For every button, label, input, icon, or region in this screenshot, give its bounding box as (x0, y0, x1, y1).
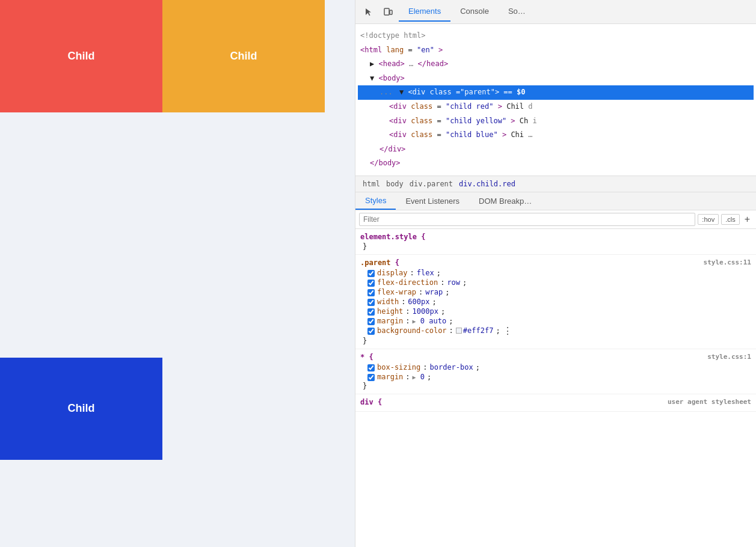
more-options-btn[interactable]: ⋮ (503, 326, 512, 336)
rule-source-star: style.css:1 (707, 353, 751, 361)
style-tabs: Styles Event Listeners DOM Breakp… (355, 192, 756, 210)
rule-selector-star: style.css:1 * { (360, 353, 751, 361)
breadcrumb-bar: html body div.parent div.child.red (355, 176, 756, 192)
browser-preview: Child Child Child (0, 0, 355, 547)
breadcrumb-body[interactable]: body (384, 179, 406, 189)
child-red: Child (0, 0, 162, 112)
tab-console[interactable]: Console (450, 2, 499, 22)
rule-selector-element: element.style { (360, 233, 751, 241)
color-swatch[interactable] (456, 328, 462, 334)
dom-div-child-blue[interactable]: <div class = "child blue" > Chi … (358, 128, 754, 142)
svg-rect-0 (384, 8, 389, 15)
svg-rect-1 (390, 10, 392, 14)
breadcrumb-div-parent[interactable]: div.parent (407, 179, 455, 189)
dom-tree: <!doctype html> <html lang = "en" > ▶ <h… (355, 24, 756, 176)
dom-parent-arrow[interactable]: ▼ (399, 88, 404, 96)
dom-head-arrow[interactable]: ▶ (370, 60, 374, 68)
rule-prop-width: width: 600px; (360, 297, 751, 307)
cursor-icon-btn[interactable] (360, 4, 377, 20)
checkbox-margin[interactable] (367, 318, 375, 325)
dom-div-parent[interactable]: ... ▼ <div class ="parent"> == $0 (358, 85, 754, 100)
checkbox-flex-direction[interactable] (367, 280, 375, 287)
checkbox-bg-color[interactable] (367, 328, 375, 335)
checkbox-display[interactable] (367, 270, 375, 277)
user-agent-label: user agent stylesheet (668, 398, 751, 406)
rule-prop-margin-star: margin: ▶ 0; (360, 372, 751, 382)
dom-head[interactable]: ▶ <head> … </head> (358, 57, 754, 72)
style-rule-div-ua: user agent stylesheet div { (355, 394, 756, 412)
breadcrumb-div-child-red[interactable]: div.child.red (456, 179, 518, 189)
rule-prop-box-sizing: box-sizing: border-box; (360, 362, 751, 372)
rule-source-parent: style.css:11 (704, 258, 751, 266)
tab-styles[interactable]: Styles (355, 192, 396, 210)
dom-div-child-yellow[interactable]: <div class = "child yellow" > Ch i (358, 114, 754, 129)
dom-div-close: </div> (358, 142, 754, 157)
checkbox-margin-star[interactable] (367, 374, 375, 381)
dom-body-close: </body> (358, 156, 754, 171)
tab-event-listeners[interactable]: Event Listeners (396, 192, 469, 210)
device-icon-btn[interactable] (380, 4, 396, 20)
tab-dom-breakpoints[interactable]: DOM Breakp… (469, 192, 541, 210)
rule-prop-flex-direction: flex-direction: row; (360, 278, 751, 287)
rule-prop-display: display: flex; (360, 268, 751, 278)
breadcrumb-html[interactable]: html (360, 179, 383, 189)
checkbox-width[interactable] (367, 299, 375, 306)
checkbox-box-sizing[interactable] (367, 364, 375, 371)
rule-prop-height: height: 1000px; (360, 307, 751, 316)
dom-div-child-red[interactable]: <div class = "child red" > Chil d (358, 100, 754, 114)
devtools-tabs: Elements Console So… (399, 2, 535, 22)
child-blue: Child (0, 358, 162, 460)
filter-input[interactable] (359, 213, 695, 226)
cls-button[interactable]: .cls (721, 214, 740, 225)
style-rule-star: style.css:1 * { box-sizing: border-box; … (355, 349, 756, 394)
rule-prop-flex-wrap: flex-wrap: wrap; (360, 287, 751, 297)
dom-body[interactable]: ▼ <body> (358, 72, 754, 86)
add-style-rule-button[interactable]: + (742, 214, 752, 225)
filter-bar: :hov .cls + (355, 210, 756, 229)
parent-container: Child Child Child (0, 0, 355, 547)
checkbox-flex-wrap[interactable] (367, 289, 375, 296)
checkbox-height[interactable] (367, 308, 375, 316)
dom-doctype: <!doctype html> (358, 29, 754, 43)
rule-selector-div-ua: user agent stylesheet div { (360, 398, 751, 406)
devtools-topbar: Elements Console So… (355, 0, 756, 24)
rule-prop-bg-color: background-color: #eff2f7; ⋮ (360, 326, 751, 337)
child-blue-label: Child (68, 402, 95, 415)
style-rule-parent: style.css:11 .parent { display: flex; fl… (355, 255, 756, 349)
child-red-label: Child (68, 50, 95, 63)
styles-content: element.style { } style.css:11 .parent {… (355, 229, 756, 547)
child-yellow-label: Child (230, 50, 257, 63)
dom-body-arrow[interactable]: ▼ (370, 74, 374, 82)
devtools-panel: Elements Console So… <!doctype html> <ht… (355, 0, 756, 547)
tab-sources[interactable]: So… (499, 2, 535, 22)
rule-selector-parent: style.css:11 .parent { (360, 258, 751, 267)
child-yellow: Child (162, 0, 325, 112)
dom-html[interactable]: <html lang = "en" > (358, 43, 754, 58)
tab-elements[interactable]: Elements (399, 2, 450, 22)
style-rule-element: element.style { } (355, 229, 756, 255)
rule-prop-margin: margin: ▶ 0 auto; (360, 316, 751, 326)
hov-button[interactable]: :hov (698, 214, 719, 225)
